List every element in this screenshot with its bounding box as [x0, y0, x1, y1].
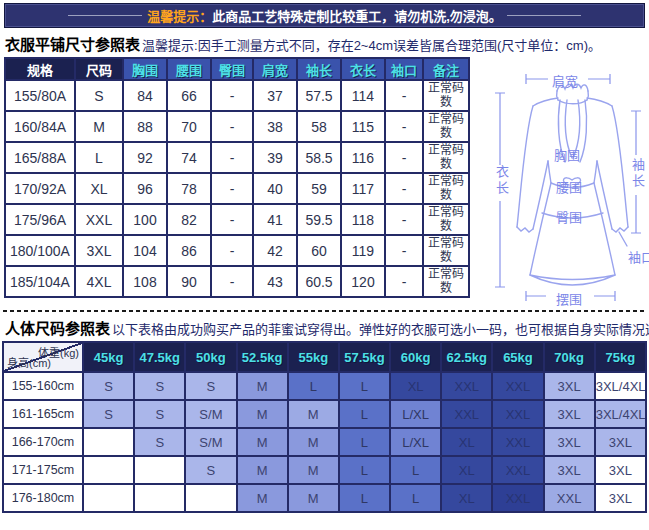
flat-cell: 66	[167, 80, 211, 111]
flat-cell: 60	[297, 235, 341, 266]
flat-cell: -	[385, 266, 423, 297]
size-cell: S	[134, 400, 185, 428]
size-cell: XXL	[492, 484, 543, 512]
flat-cell: -	[385, 204, 423, 235]
flat-cell: -	[211, 111, 253, 142]
flat-size-area: 规格尺码胸围腰围臀围肩宽袖长衣长袖口备注 155/80AS8466-3757.5…	[0, 57, 649, 303]
weight-header-cell: 57.5kg	[339, 342, 390, 372]
flat-cell: 96	[123, 173, 167, 204]
flat-size-title: 衣服平铺尺寸参照表	[5, 36, 140, 53]
size-cell: 3XL	[544, 400, 595, 428]
body-row: 176-180cmMMLLXLXXLXXL3XL	[3, 484, 646, 512]
size-cell: M	[237, 456, 288, 484]
flat-cell: -	[385, 235, 423, 266]
flat-row: 180/100A3XL10486-4260119-正常码数	[5, 235, 469, 266]
flat-cell: 正常码数	[423, 80, 469, 111]
weight-header-cell: 52.5kg	[237, 342, 288, 372]
flat-row: 175/96AXXL10082-4159.5118-正常码数	[5, 204, 469, 235]
height-label-cell: 161-165cm	[3, 400, 83, 428]
size-cell: M	[288, 400, 339, 428]
flat-cell: 86	[167, 235, 211, 266]
weight-header-cell: 50kg	[185, 342, 236, 372]
label-bust: 胸围	[554, 145, 580, 164]
size-cell	[83, 456, 134, 484]
size-cell: L	[390, 484, 441, 512]
size-cell: L/XL	[390, 400, 441, 428]
flat-cell: 58	[297, 111, 341, 142]
flat-size-table: 规格尺码胸围腰围臀围肩宽袖长衣长袖口备注 155/80AS8466-3757.5…	[4, 57, 470, 298]
size-cell: XXL	[492, 456, 543, 484]
flat-cell: 4XL	[75, 266, 123, 297]
size-cell	[83, 428, 134, 456]
body-size-table: 体重(kg) 身高(cm) 45kg47.5kg50kg52.5kg55kg57…	[2, 341, 647, 513]
flat-row: 165/88AL9274-3958.5116-正常码数	[5, 142, 469, 173]
size-cell: M	[237, 372, 288, 400]
size-cell: 3XL	[544, 372, 595, 400]
flat-cell: -	[211, 142, 253, 173]
flat-cell: 160/84A	[5, 111, 75, 142]
size-cell: XXL	[441, 372, 492, 400]
body-row: 166-170cmSS/MMMLL/XLXLXXL3XL3XL	[3, 428, 646, 456]
weight-header-cell: 70kg	[544, 342, 595, 372]
flat-cell: 正常码数	[423, 111, 469, 142]
flat-cell: 114	[341, 80, 385, 111]
flat-cell: -	[211, 266, 253, 297]
flat-cell: -	[385, 142, 423, 173]
flat-cell: -	[211, 80, 253, 111]
flat-cell: 185/104A	[5, 266, 75, 297]
size-cell: L	[339, 456, 390, 484]
size-cell: M	[288, 428, 339, 456]
flat-header-cell: 臀围	[211, 58, 253, 80]
flat-cell: 116	[341, 142, 385, 173]
size-cell: 3XL/4XL	[595, 400, 646, 428]
flat-cell: 70	[167, 111, 211, 142]
size-cell: S	[134, 428, 185, 456]
flat-cell: 60.5	[297, 266, 341, 297]
flat-cell: 39	[253, 142, 297, 173]
flat-cell: 84	[123, 80, 167, 111]
flat-cell: XL	[75, 173, 123, 204]
flat-header-cell: 腰围	[167, 58, 211, 80]
size-cell: M	[288, 456, 339, 484]
banner-line-left	[68, 15, 142, 16]
flat-cell: 82	[167, 204, 211, 235]
size-cell	[134, 484, 185, 512]
flat-cell: 104	[123, 235, 167, 266]
flat-cell: 90	[167, 266, 211, 297]
banner-text: 此商品工艺特殊定制比较重工，请勿机洗,勿浸泡。	[212, 6, 502, 25]
flat-cell: 正常码数	[423, 204, 469, 235]
label-hem: 摆围	[556, 289, 582, 308]
flat-cell: 120	[341, 266, 385, 297]
size-cell: XL	[441, 428, 492, 456]
size-cell: XL	[441, 484, 492, 512]
body-size-title: 人体尺码参照表	[5, 320, 110, 337]
flat-cell: -	[385, 111, 423, 142]
notice-banner: 温馨提示： 此商品工艺特殊定制比较重工，请勿机洗,勿浸泡。	[4, 3, 645, 28]
size-cell: S/M	[185, 400, 236, 428]
size-cell: L	[339, 428, 390, 456]
flat-cell: 42	[253, 235, 297, 266]
flat-cell: 58.5	[297, 142, 341, 173]
size-cell: 3XL	[544, 456, 595, 484]
size-cell: S	[185, 372, 236, 400]
corner-height-label: 身高(cm)	[7, 354, 51, 370]
size-cell: S	[134, 372, 185, 400]
size-cell: 3XL	[544, 428, 595, 456]
flat-cell: -	[211, 204, 253, 235]
flat-cell: 59	[297, 173, 341, 204]
size-cell	[134, 456, 185, 484]
size-cell	[185, 484, 236, 512]
flat-cell: 175/96A	[5, 204, 75, 235]
flat-header-cell: 肩宽	[253, 58, 297, 80]
flat-size-section-title: 衣服平铺尺寸参照表温馨提示:因手工测量方式不同，存在2~4cm误差皆属合理范围(…	[5, 33, 649, 54]
flat-cell: 170/92A	[5, 173, 75, 204]
weight-header-cell: 45kg	[83, 342, 134, 372]
size-cell: XL	[441, 456, 492, 484]
weight-header-cell: 55kg	[288, 342, 339, 372]
size-cell: XXL	[492, 428, 543, 456]
body-row: 161-165cmSSS/MMMLL/XLXXLXXL3XL3XL/4XL	[3, 400, 646, 428]
size-cell: XXL	[544, 484, 595, 512]
size-cell: S/M	[185, 428, 236, 456]
size-cell: L	[339, 372, 390, 400]
size-cell: 3XL/4XL	[595, 372, 646, 400]
